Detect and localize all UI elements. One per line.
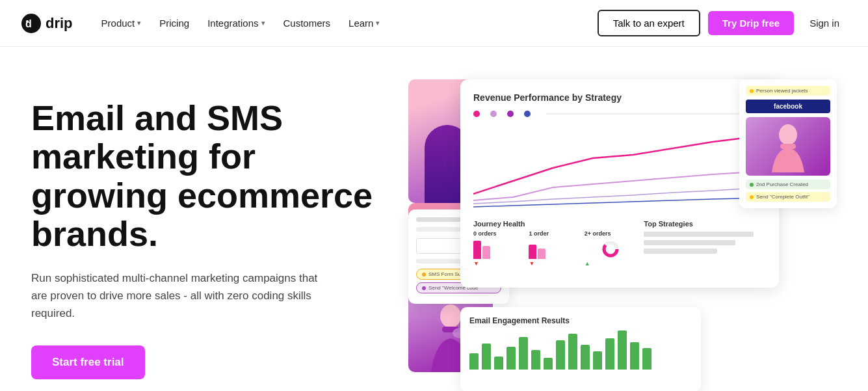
journey-health: Journey Health 0 orders ▼ 1 order xyxy=(473,220,636,267)
email-bar-14 xyxy=(630,342,639,370)
strat-line-3 xyxy=(644,249,717,254)
nav-integrations[interactable]: Integrations ▾ xyxy=(200,12,272,34)
email-bar-9 xyxy=(568,334,577,370)
send-outfit-badge: Send "Complete Outfit" xyxy=(746,192,830,202)
chevron-down-icon: ▾ xyxy=(137,19,141,27)
nav-product[interactable]: Product ▾ xyxy=(94,12,150,34)
svg-point-2 xyxy=(26,20,29,23)
journey-columns: 0 orders ▼ 1 order xyxy=(473,230,636,267)
hero-section: Email and SMS marketing for growing ecom… xyxy=(0,47,868,391)
facebook-label: facebook xyxy=(746,100,830,113)
email-bar-chart xyxy=(469,330,692,370)
svg-point-9 xyxy=(440,304,461,328)
bar-pink-1 xyxy=(529,245,536,259)
nav-pricing[interactable]: Pricing xyxy=(151,12,197,34)
email-bar-13 xyxy=(618,330,627,370)
talk-to-expert-button[interactable]: Talk to an expert xyxy=(598,10,700,36)
hero-heading: Email and SMS marketing for growing ecom… xyxy=(31,99,382,254)
orders-1-col: 1 order ▼ xyxy=(529,230,580,267)
chart-legend xyxy=(473,111,766,117)
chevron-down-icon: ▾ xyxy=(261,19,265,27)
legend-dot-pink xyxy=(473,111,480,117)
nav-customers[interactable]: Customers xyxy=(276,12,339,34)
donut-chart xyxy=(601,240,620,258)
logo-text: drip xyxy=(46,15,73,32)
green-dot-icon xyxy=(750,183,754,187)
legend-dot-lavender xyxy=(490,111,497,117)
revenue-card: Revenue Performance by Strategy xyxy=(460,79,779,288)
legend-dot-purple xyxy=(507,111,514,117)
journey-title: Journey Health xyxy=(473,220,525,228)
purchase-badge: 2nd Purchase Created xyxy=(746,180,830,189)
chevron-down-icon: ▾ xyxy=(376,19,380,27)
email-engagement-card: Email Engagement Results xyxy=(460,307,701,391)
strat-line-2 xyxy=(644,240,735,245)
email-bar-8 xyxy=(556,340,565,370)
journey-top-row: Journey Health 0 orders ▼ 1 order xyxy=(473,220,766,267)
email-bar-12 xyxy=(605,338,614,370)
email-bar-15 xyxy=(642,348,651,370)
bar-pink-0b xyxy=(482,246,490,259)
email-bar-7 xyxy=(544,358,553,370)
email-title: Email Engagement Results xyxy=(469,316,692,325)
svg-text:d: d xyxy=(25,18,32,29)
strat-line-1 xyxy=(644,232,754,237)
hero-left: Email and SMS marketing for growing ecom… xyxy=(31,86,382,379)
legend-dot-blue xyxy=(524,111,531,117)
yellow-dot-icon xyxy=(750,195,754,199)
facebook-card: Person viewed jackets facebook 2nd Purch… xyxy=(739,79,837,208)
try-drip-free-button[interactable]: Try Drip free xyxy=(708,11,794,35)
logo[interactable]: d drip xyxy=(21,13,73,34)
orders-0-col: 0 orders ▼ xyxy=(473,230,525,267)
email-bar-2 xyxy=(482,344,491,370)
nav-items: Product ▾ Pricing Integrations ▾ Custome… xyxy=(94,12,388,34)
email-bar-11 xyxy=(593,351,602,370)
person-silhouette xyxy=(769,120,808,172)
bar-pink-0 xyxy=(473,241,481,259)
navbar: d drip Product ▾ Pricing Integrations ▾ … xyxy=(0,0,868,47)
facebook-photo xyxy=(746,117,830,176)
revenue-title: Revenue Performance by Strategy xyxy=(473,92,766,103)
legend-line xyxy=(546,113,766,115)
orders-2-col: 2+ orders ▲ xyxy=(585,230,636,267)
email-bar-6 xyxy=(531,350,540,370)
person-viewed-tag: Person viewed jackets xyxy=(746,86,830,96)
nav-actions: Talk to an expert Try Drip free Sign in xyxy=(598,10,847,36)
bar-pink-1b xyxy=(538,249,546,259)
svg-point-5 xyxy=(779,124,797,145)
logo-icon: d xyxy=(21,13,42,34)
revenue-chart xyxy=(473,122,766,213)
email-bar-3 xyxy=(494,357,503,370)
hero-subtext: Run sophisticated multi-channel marketin… xyxy=(31,269,330,323)
email-bar-10 xyxy=(581,345,590,370)
start-free-trial-button[interactable]: Start free trial xyxy=(31,345,145,379)
sign-in-button[interactable]: Sign in xyxy=(802,12,847,34)
top-strategies: Top Strategies xyxy=(644,220,766,267)
hero-dashboard: SMS Form Submitted Send "Welcome code" R… xyxy=(408,79,837,391)
email-bar-4 xyxy=(506,347,516,370)
email-bar-5 xyxy=(519,337,528,370)
svg-rect-6 xyxy=(780,144,796,149)
email-bar-1 xyxy=(469,353,479,370)
nav-learn[interactable]: Learn ▾ xyxy=(341,12,388,34)
